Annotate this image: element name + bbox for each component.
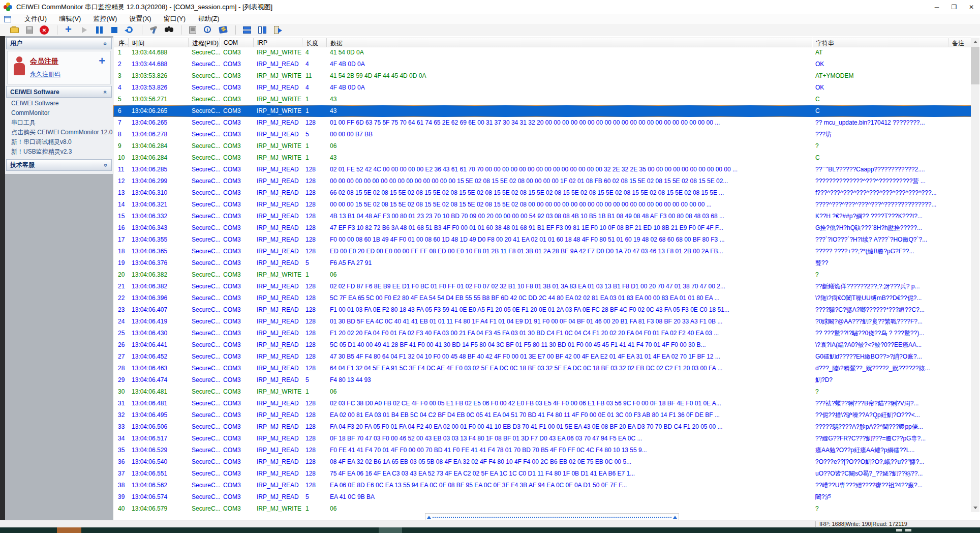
column-header-seq[interactable]: 序... xyxy=(113,38,129,47)
add-monitor-icon[interactable] xyxy=(64,25,75,35)
table-row[interactable]: 113:03:44.688SecureC...COM3IRP_MJ_WRITE4… xyxy=(113,47,972,58)
chevron-up-icon[interactable]: « xyxy=(102,42,109,45)
column-header-str[interactable]: 字符串 xyxy=(812,38,948,47)
menu-item[interactable]: 编辑(V) xyxy=(53,14,87,24)
sidebar-group-support[interactable]: 技术客服 « xyxy=(6,159,112,171)
close-button[interactable]: ✕ xyxy=(963,0,980,14)
sidebar-link[interactable]: CommMonitor xyxy=(11,108,113,118)
split-horizontal-icon[interactable] xyxy=(242,25,253,35)
member-register-link[interactable]: 会员注册 xyxy=(30,57,58,66)
table-row[interactable]: 3913:04:06.574SecureC...COM3IRP_MJ_READ5… xyxy=(113,491,972,503)
table-row[interactable]: 2813:04:06.463SecureC...COM3IRP_MJ_READ1… xyxy=(113,363,972,374)
vertical-scrollbar[interactable] xyxy=(971,38,979,512)
table-row[interactable]: 2513:04:06.430SecureC...COM3IRP_MJ_READ1… xyxy=(113,328,972,339)
refresh-icon[interactable] xyxy=(125,25,136,35)
table-row[interactable]: 3113:04:06.481SecureC...COM3IRP_MJ_READ1… xyxy=(113,398,972,409)
table-row[interactable]: 3013:04:06.481SecureC...COM3IRP_MJ_WRITE… xyxy=(113,386,972,398)
table-row[interactable]: 1813:04:06.365SecureC...COM3IRP_MJ_READ1… xyxy=(113,246,972,257)
column-header-data[interactable]: 数据 xyxy=(327,38,812,47)
table-row[interactable]: 3813:04:06.562SecureC...COM3IRP_MJ_READ1… xyxy=(113,480,972,491)
table-row[interactable]: 913:04:06.284SecureC...COM3IRP_MJ_WRITE1… xyxy=(113,140,972,152)
menu-item[interactable]: 设置(X) xyxy=(123,14,157,24)
sidebar-link[interactable]: 串口工具 xyxy=(11,118,113,128)
column-header-proc[interactable]: 进程(PID) xyxy=(189,38,220,47)
table-row[interactable]: 613:04:06.265SecureC...COM3IRP_MJ_WRITE1… xyxy=(113,105,972,117)
table-row[interactable]: 1413:04:06.321SecureC...COM3IRP_MJ_READ1… xyxy=(113,199,972,211)
table-row[interactable]: 1913:04:06.376SecureC...COM3IRP_MJ_READ5… xyxy=(113,257,972,269)
pause-icon[interactable] xyxy=(94,25,105,35)
table-row[interactable]: 2313:04:06.407SecureC...COM3IRP_MJ_READ1… xyxy=(113,304,972,316)
taskbar-item[interactable] xyxy=(379,527,402,533)
table-row[interactable]: 1713:04:06.355SecureC...COM3IRP_MJ_READ1… xyxy=(113,234,972,246)
chevron-down-icon[interactable]: « xyxy=(102,163,109,167)
menu-item[interactable]: 窗口(Y) xyxy=(158,14,192,24)
sidebar-group-software[interactable]: CEIWEI Software « xyxy=(6,86,112,98)
table-row[interactable]: 2013:04:06.382SecureC...COM3IRP_MJ_WRITE… xyxy=(113,269,972,281)
cell-seq: 33 xyxy=(113,421,129,433)
exit-icon[interactable] xyxy=(272,25,284,35)
maximize-button[interactable]: ❐ xyxy=(945,0,963,14)
close-session-icon[interactable] xyxy=(40,25,51,35)
help-book-icon[interactable] xyxy=(218,25,229,35)
table-row[interactable]: 3413:04:06.517SecureC...COM3IRP_MJ_READ1… xyxy=(113,433,972,445)
info-icon[interactable] xyxy=(203,25,214,35)
chevron-up-icon[interactable]: « xyxy=(102,90,109,94)
cell-time: 13:04:06.382 xyxy=(129,281,189,292)
column-header-time[interactable]: 时间 xyxy=(129,38,189,47)
permanent-code-link[interactable]: 永久注册码 xyxy=(30,70,60,79)
scroll-down-icon[interactable] xyxy=(971,504,979,512)
plus-icon[interactable]: + xyxy=(99,54,105,68)
device-icon[interactable] xyxy=(188,25,199,35)
sidebar-link[interactable]: 新！串口调试精灵v8.0 xyxy=(11,137,113,147)
table-row[interactable]: 2113:04:06.382SecureC...COM3IRP_MJ_READ1… xyxy=(113,281,972,292)
table-row[interactable]: 313:03:53.826SecureC...COM3IRP_MJ_WRITE1… xyxy=(113,70,972,82)
table-row[interactable]: 1613:04:06.343SecureC...COM3IRP_MJ_READ1… xyxy=(113,222,972,234)
scroll-up-icon[interactable] xyxy=(971,38,979,46)
table-row[interactable]: 2913:04:06.474SecureC...COM3IRP_MJ_READ5… xyxy=(113,374,972,386)
sidebar-group-user[interactable]: 用户 « xyxy=(6,38,112,49)
table-row[interactable]: 513:03:56.271SecureC...COM3IRP_MJ_WRITE1… xyxy=(113,94,972,105)
scroll-left-icon[interactable] xyxy=(427,516,431,519)
table-row[interactable]: 213:03:44.688SecureC...COM3IRP_MJ_READ44… xyxy=(113,58,972,70)
start-icon[interactable] xyxy=(79,25,90,35)
table-row[interactable]: 3313:04:06.506SecureC...COM3IRP_MJ_READ1… xyxy=(113,421,972,433)
minimize-button[interactable]: ─ xyxy=(928,0,945,14)
table-row[interactable]: 2713:04:06.452SecureC...COM3IRP_MJ_READ1… xyxy=(113,351,972,363)
table-row[interactable]: 1513:04:06.332SecureC...COM3IRP_MJ_READ1… xyxy=(113,211,972,222)
table-row[interactable]: 1013:04:06.284SecureC...COM3IRP_MJ_WRITE… xyxy=(113,152,972,164)
taskbar-item[interactable] xyxy=(57,527,81,533)
save-icon[interactable] xyxy=(24,25,36,35)
table-row[interactable]: 2413:04:06.419SecureC...COM3IRP_MJ_READ1… xyxy=(113,316,972,328)
column-header-irp[interactable]: IRP xyxy=(254,38,302,47)
open-folder-icon[interactable] xyxy=(9,25,20,35)
table-row[interactable]: 2213:04:06.396SecureC...COM3IRP_MJ_READ1… xyxy=(113,292,972,304)
table-row[interactable]: 3513:04:06.529SecureC...COM3IRP_MJ_READ1… xyxy=(113,445,972,456)
table-row[interactable]: 1113:04:06.285SecureC...COM3IRP_MJ_READ1… xyxy=(113,164,972,175)
mdi-child-icon[interactable] xyxy=(4,16,11,22)
tools-icon[interactable] xyxy=(148,25,160,35)
split-vertical-icon[interactable] xyxy=(257,25,268,35)
table-row[interactable]: 3713:04:06.551SecureC...COM3IRP_MJ_READ1… xyxy=(113,468,972,480)
find-icon[interactable] xyxy=(164,25,175,35)
column-header-note[interactable]: 备注 xyxy=(948,38,972,47)
scroll-right-icon[interactable] xyxy=(673,516,677,519)
vertical-scroll-thumb[interactable] xyxy=(971,47,979,84)
table-row[interactable]: 1213:04:06.299SecureC...COM3IRP_MJ_READ1… xyxy=(113,175,972,187)
column-header-com[interactable]: COM xyxy=(220,38,254,47)
menu-item[interactable]: 帮助(Z) xyxy=(192,14,226,24)
sidebar-link[interactable]: 新！USB监控精灵v2.3 xyxy=(11,147,113,157)
column-header-len[interactable]: 长度 xyxy=(302,38,327,47)
menu-item[interactable]: 文件(U) xyxy=(18,14,53,24)
sidebar-link[interactable]: 点击购买 CEIWEI CommMonitor 12.0 xyxy=(11,128,113,137)
table-row[interactable]: 413:03:53.826SecureC...COM3IRP_MJ_READ44… xyxy=(113,82,972,94)
menu-item[interactable]: 监控(W) xyxy=(87,14,123,24)
table-row[interactable]: 3613:04:06.540SecureC...COM3IRP_MJ_READ1… xyxy=(113,456,972,468)
stop-icon[interactable] xyxy=(109,25,120,35)
table-row[interactable]: 3213:04:06.495SecureC...COM3IRP_MJ_READ1… xyxy=(113,409,972,421)
table-row[interactable]: 813:04:06.278SecureC...COM3IRP_MJ_READ50… xyxy=(113,129,972,140)
table-row[interactable]: 1313:04:06.310SecureC...COM3IRP_MJ_READ1… xyxy=(113,187,972,199)
table-row[interactable]: 2613:04:06.441SecureC...COM3IRP_MJ_READ1… xyxy=(113,339,972,351)
table-row[interactable]: 713:04:06.265SecureC...COM3IRP_MJ_READ12… xyxy=(113,117,972,129)
horizontal-scroll-track[interactable] xyxy=(433,517,671,518)
sidebar-link[interactable]: CEIWEI Software xyxy=(11,99,113,108)
